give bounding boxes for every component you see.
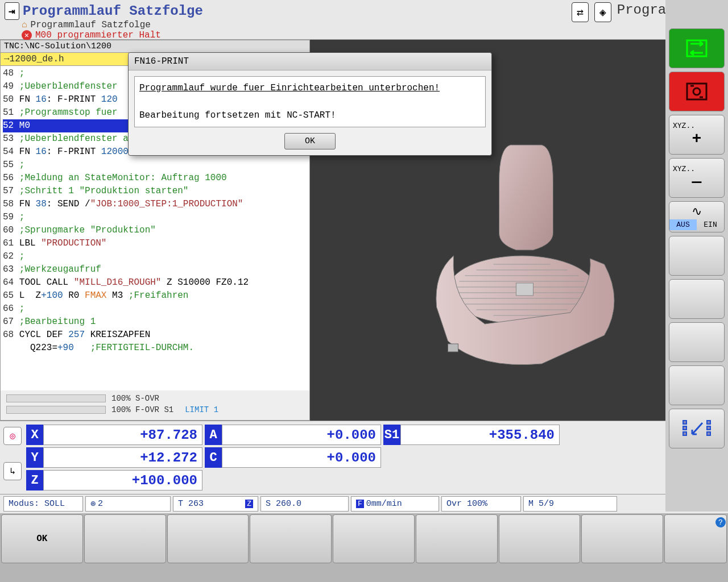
override-bars: 100% S-OVR 100% F-OVR S1LIMIT 1 <box>1 390 309 420</box>
code-line[interactable]: 66 ; <box>3 302 307 315</box>
svg-rect-18 <box>683 432 686 435</box>
softkey-2[interactable] <box>84 514 166 563</box>
s-ovr-bar[interactable] <box>6 394 106 402</box>
axis-label: Y <box>26 447 43 468</box>
side-btn-zoom-out[interactable]: XYZ..— <box>669 158 725 198</box>
dro-row-S1: S1+355.840 <box>383 425 560 445</box>
svg-rect-17 <box>683 426 686 430</box>
dro-row-X: X+87.728 <box>26 425 202 445</box>
path-bar: TNC:\NC-Solution\1200 <box>1 40 309 53</box>
mode-title: ⇥Programmlauf Satzfolge <box>5 2 572 20</box>
status-ovr[interactable]: Ovr 100% <box>441 496 521 512</box>
axis-value: +0.000 <box>222 447 381 468</box>
side-btn-blank1[interactable] <box>669 236 725 276</box>
dro-row-C: C+0.000 <box>205 447 381 468</box>
code-line[interactable]: 55 ; <box>3 159 307 172</box>
axis-value: +355.840 <box>400 425 560 445</box>
dialog-fn16: FN16-PRINT Programmlauf wurde fuer Einri… <box>128 52 492 156</box>
help-icon[interactable]: ? <box>715 517 726 527</box>
code-line[interactable]: 63 ;Werkzeugaufruf <box>3 263 307 276</box>
status-modus[interactable]: Modus: SOLL <box>3 496 83 512</box>
dro-icon-1[interactable]: ◎ <box>3 427 22 445</box>
code-line[interactable]: 68 CYCL DEF 257 KREISZAPFEN <box>3 329 307 342</box>
axis-label: A <box>205 425 222 445</box>
code-line[interactable]: 56 ;Meldung an StateMonitor: Auftrag 100… <box>3 172 307 185</box>
side-btn-select[interactable] <box>669 409 725 448</box>
status-datum[interactable]: ⊕2 <box>85 496 171 512</box>
svg-point-15 <box>693 88 700 95</box>
home-icon: ⌂ <box>22 20 27 30</box>
side-btn-blank4[interactable] <box>669 365 725 405</box>
prog-icon[interactable]: ◈ <box>594 2 611 22</box>
dro-panel: ◎ ↳ X+87.728Y+12.272Z+100.000 A+0.000C+0… <box>0 421 728 494</box>
softkey-5[interactable] <box>333 514 415 563</box>
status-speed[interactable]: S 260.0 <box>260 496 349 512</box>
code-line[interactable]: 65 L Z+100 R0 FMAX M3 ;Freifahren <box>3 289 307 302</box>
axis-value: +100.000 <box>43 470 202 490</box>
status-m[interactable]: M 5/9 <box>523 496 617 512</box>
status-tool[interactable]: T 263Z <box>173 496 258 512</box>
softkey-3[interactable] <box>167 514 249 563</box>
code-line[interactable]: 61 LBL "PRODUCTION" <box>3 237 307 250</box>
axis-value: +87.728 <box>43 425 202 445</box>
code-line[interactable]: 57 ;Schritt 1 "Produktion starten" <box>3 185 307 198</box>
svg-rect-14 <box>687 84 706 99</box>
svg-rect-19 <box>707 421 710 424</box>
axis-value: +0.000 <box>222 425 381 445</box>
breadcrumb: ⌂ Programmlauf Satzfolge <box>22 20 572 30</box>
side-btn-run[interactable] <box>669 28 725 68</box>
dro-row-A: A+0.000 <box>205 425 381 445</box>
dro-row-Z: Z+100.000 <box>26 470 202 490</box>
side-btn-blank3[interactable] <box>669 322 725 362</box>
status-feed[interactable]: F0mm/min <box>351 496 439 512</box>
side-btn-zoom-in[interactable]: XYZ..+ <box>669 115 725 155</box>
dialog-ok-button[interactable]: OK <box>284 133 336 149</box>
softkey-8[interactable] <box>581 514 663 563</box>
axis-label: X <box>26 425 43 445</box>
mode-icon: ⇥ <box>5 2 19 20</box>
side-btn-stop[interactable] <box>669 72 725 111</box>
side-btn-wave[interactable]: ∿ AUSEIN <box>669 201 725 232</box>
swap-icon[interactable]: ⇄ <box>572 2 589 22</box>
code-line[interactable]: Q223=+90 ;FERTIGTEIL-DURCHM. <box>3 342 307 355</box>
softkey-6[interactable] <box>416 514 498 563</box>
softkey-1[interactable]: OK <box>1 514 83 563</box>
side-panel: XYZ..+ XYZ..— ∿ AUSEIN <box>665 0 728 512</box>
svg-rect-20 <box>707 426 710 430</box>
code-line[interactable]: 62 ; <box>3 250 307 263</box>
svg-rect-21 <box>707 432 710 435</box>
svg-rect-11 <box>516 283 533 296</box>
axis-label: S1 <box>383 425 400 445</box>
code-line[interactable]: 58 FN 38: SEND /"JOB:1000_STEP:1_PRODUCT… <box>3 198 307 211</box>
header: ⇥Programmlauf Satzfolge ⌂ Programmlauf S… <box>0 0 728 40</box>
dialog-title: FN16-PRINT <box>129 53 491 70</box>
axis-value: +12.272 <box>43 447 202 468</box>
code-line[interactable]: 67 ;Bearbeitung 1 <box>3 315 307 329</box>
side-btn-blank2[interactable] <box>669 279 725 319</box>
svg-rect-12 <box>448 344 458 352</box>
svg-rect-16 <box>683 421 686 424</box>
f-ovr-bar[interactable] <box>6 406 106 414</box>
softkey-row: OK <box>0 513 728 564</box>
dialog-message: Programmlauf wurde fuer Einrichtearbeite… <box>134 76 486 127</box>
axis-label: Z <box>26 470 43 490</box>
code-line[interactable]: 64 TOOL CALL "MILL_D16_ROUGH" Z S10000 F… <box>3 276 307 289</box>
softkey-7[interactable] <box>499 514 581 563</box>
softkey-4[interactable] <box>250 514 332 563</box>
code-line[interactable]: 59 ; <box>3 211 307 224</box>
dro-icon-2[interactable]: ↳ <box>3 462 22 480</box>
dro-row-Y: Y+12.272 <box>26 447 202 468</box>
error-row: ✕ M00 programmierter Halt <box>22 30 572 40</box>
axis-label: C <box>205 447 222 468</box>
status-bar: Modus: SOLL ⊕2 T 263Z S 260.0 F0mm/min O… <box>0 494 728 513</box>
svg-rect-13 <box>687 40 706 56</box>
code-line[interactable]: 60 ;Sprungmarke "Produktion" <box>3 224 307 237</box>
error-icon: ✕ <box>22 30 32 40</box>
